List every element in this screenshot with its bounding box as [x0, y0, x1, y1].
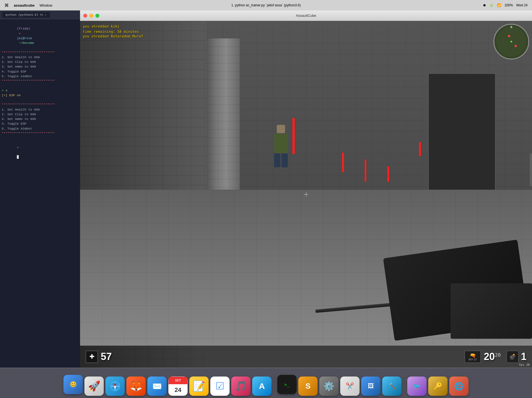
menu-item-1b: 1. Set Health to 999	[2, 107, 78, 112]
window-controls	[83, 14, 99, 18]
current-prompt-line: >	[2, 140, 78, 164]
weapon-name: MTP-5T	[469, 359, 477, 361]
menu-stars-1: ****************************	[2, 50, 78, 55]
menubar-right: ⏺ 🔋 📶 100% Wed 24	[483, 3, 528, 7]
appstore-icon[interactable]: A	[252, 377, 272, 396]
minimize-button[interactable]	[89, 14, 93, 18]
hud-ammo-display: 20 20	[484, 351, 501, 362]
menu-item-4a: 4. Toggle ESP	[2, 69, 78, 74]
terminal-prompt-line: (frida) ✕ jai@rose ~/Docume	[2, 21, 78, 50]
arc-icon[interactable]: 🌐	[449, 377, 469, 396]
empty-line-1	[2, 83, 78, 88]
battery-icon: 🔋	[490, 3, 494, 7]
calendar-icon[interactable]: OCT 24	[168, 377, 188, 396]
terminal-tab-python[interactable]: python (python3.6) ⌘1 ✕	[2, 12, 50, 18]
dock-item-1password[interactable]: 🔑	[428, 377, 448, 396]
ammo-reserve: 20	[495, 352, 501, 358]
time-message: time remaining: 58 minutes	[83, 29, 143, 34]
1password-icon[interactable]: 🔑	[428, 377, 448, 396]
terminal-window[interactable]: python (python3.6) ⌘1 ✕ (frida) ✕ jai@ro…	[0, 10, 80, 368]
dock-item-calendar[interactable]: OCT 24	[168, 377, 188, 396]
colorsnapper-icon[interactable]: ✂️	[340, 377, 360, 396]
dock-item-talon[interactable]: 🐦	[407, 377, 427, 396]
dock-separator-2	[404, 377, 405, 393]
menu-item-2a: 2. Set Clip to 999	[2, 60, 78, 64]
dock-item-colorsnapper[interactable]: ✂️	[340, 377, 360, 396]
terminal-body: (frida) ✕ jai@rose ~/Docume ************…	[0, 19, 80, 368]
finder-active-dot	[73, 395, 74, 396]
kill-message-2: you shredded Rotaredom_Murof	[83, 34, 143, 39]
close-button[interactable]	[83, 14, 87, 18]
dock-item-reminders[interactable]: ☑	[210, 377, 230, 396]
system-prefs-icon[interactable]: ⚙️	[319, 377, 339, 396]
main-content: python (python3.6) ⌘1 ✕ (frida) ✕ jai@ro…	[0, 10, 532, 368]
esp-bar-enemy-2	[342, 153, 344, 172]
menubar-window[interactable]: Window	[39, 3, 52, 7]
enemy-leg-left	[274, 154, 280, 167]
enemy-body	[274, 134, 288, 153]
terminal-icon[interactable]: >_	[277, 375, 297, 394]
dock-item-xcode[interactable]: 🔨	[382, 377, 401, 396]
dock-item-safari[interactable]	[105, 377, 125, 396]
game-messages: you shredded kiki time remaining: 58 min…	[83, 24, 143, 39]
game-window[interactable]: AssaultCube	[80, 10, 532, 368]
dock-item-finder[interactable]: 😊	[63, 375, 83, 396]
dock-item-notes[interactable]: 📝	[189, 377, 209, 396]
reminders-icon[interactable]: ☑	[210, 377, 230, 396]
menubar-left: ⌘ assaultcube Window	[4, 3, 52, 8]
safari-icon[interactable]	[105, 377, 125, 396]
game-window-title: AssaultCube	[296, 14, 316, 18]
keynote-icon[interactable]: 🖼	[361, 377, 381, 396]
dock-item-system[interactable]: ⚙️	[319, 377, 339, 396]
dock-item-arc[interactable]: 🌐	[449, 377, 469, 396]
dock-item-keynote[interactable]: 🖼	[361, 377, 381, 396]
menu-stars-2: ****************************	[2, 79, 78, 83]
ammo-main: 20	[484, 351, 495, 362]
kill-message-1: you shredded kiki	[83, 24, 143, 29]
enemy-legs	[274, 154, 288, 167]
menu-item-1a: 1. Set Health to 999	[2, 55, 78, 60]
dock-item-launchpad[interactable]: 🚀	[84, 377, 104, 396]
finder-icon[interactable]: 😊	[63, 375, 83, 394]
input-line-1: > 4	[2, 88, 78, 93]
xcode-icon[interactable]: 🔨	[382, 377, 401, 396]
game-viewport[interactable]: N you shredded kiki time remaining: 58 m…	[80, 21, 532, 368]
menu-item-5a: 5. Toggle Aimbot	[2, 74, 78, 79]
minimap-inner: N	[494, 25, 528, 58]
weapon-icon: 🔫 MTP-5T	[464, 351, 481, 363]
launchpad-icon[interactable]: 🚀	[84, 377, 104, 396]
esp-bar-enemy-5	[419, 142, 421, 156]
dock-item-music[interactable]: 🎵	[231, 377, 251, 396]
tab-close-button[interactable]: ✕	[45, 13, 47, 17]
scrollbar[interactable]	[530, 153, 532, 186]
enemy-leg-right	[281, 154, 288, 167]
terminal-cursor	[17, 155, 19, 159]
maximize-button[interactable]	[95, 14, 99, 18]
terminal-path-label: ~/Docume	[19, 41, 34, 45]
dock-item-mail[interactable]: ✉️	[147, 377, 167, 396]
dock-item-appstore[interactable]: A	[252, 377, 272, 396]
window-title-bar: 1. python ac_trainer.py `pidof assa` (py…	[231, 3, 300, 7]
music-icon[interactable]: 🎵	[231, 377, 251, 396]
dock-item-sublime[interactable]: S	[298, 377, 318, 396]
health-icon: ✚	[86, 351, 98, 363]
weapon-symbol: 🔫	[470, 353, 476, 359]
grenade-count: 1	[521, 351, 526, 362]
health-value: 57	[101, 351, 112, 362]
mail-icon[interactable]: ✉️	[147, 377, 167, 396]
frida-prefix: (frida)	[17, 27, 30, 30]
hud-weapon-section: 🔫 MTP-5T 20 20	[464, 351, 501, 363]
menu-item-3b: 3. Set Ammo to 999	[2, 117, 78, 121]
menubar-app-name[interactable]: assaultcube	[14, 3, 34, 7]
apple-menu[interactable]: ⌘	[4, 3, 9, 8]
record-icon: ⏺	[483, 3, 486, 7]
sublime-icon[interactable]: S	[298, 377, 318, 396]
menubar: ⌘ assaultcube Window 1. python ac_traine…	[0, 0, 532, 10]
empty-line-3	[2, 136, 78, 140]
firefox-icon[interactable]: 🦊	[126, 377, 146, 396]
dock-item-terminal[interactable]: >_	[277, 375, 297, 396]
dock: 😊 🚀 🦊 ✉️ OCT 24 📝 ☑ 🎵 A >_	[0, 368, 532, 398]
notes-icon[interactable]: 📝	[189, 377, 209, 396]
dock-item-firefox[interactable]: 🦊	[126, 377, 146, 396]
talon-icon[interactable]: 🐦	[407, 377, 427, 396]
